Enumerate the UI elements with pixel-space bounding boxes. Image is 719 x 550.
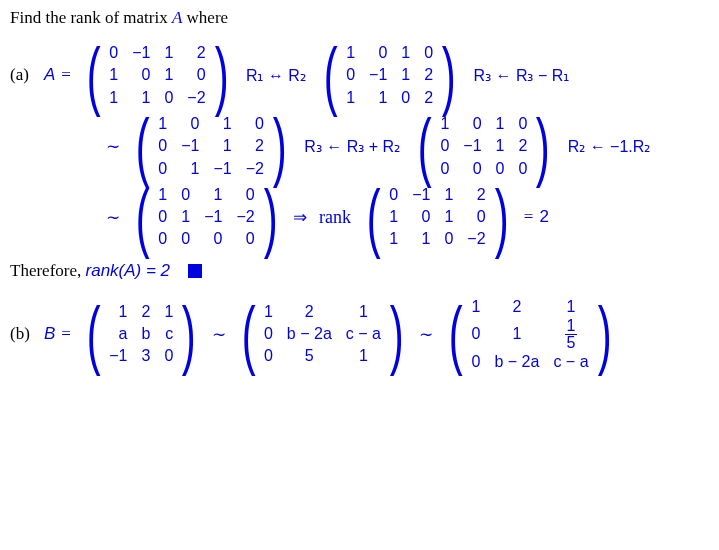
implies: ⇒	[293, 207, 307, 228]
matrix-a3: ( 1010 0−112 01−1−2 )	[130, 113, 292, 180]
matrix-a4: ( 1010 0−112 0000 )	[412, 113, 556, 180]
rank-result: 2	[539, 207, 548, 227]
matrix-a5: ( 1010 01−1−2 0000 )	[130, 184, 283, 251]
var-A: A	[172, 8, 182, 27]
matrix-a2: ( 1010 0−112 1102 )	[318, 42, 462, 109]
qed-icon	[188, 264, 202, 278]
rank-word: rank	[319, 207, 351, 228]
sim-b1: ∼	[212, 324, 226, 345]
label-a: (a)	[10, 65, 44, 85]
lhs-A: A	[44, 65, 55, 85]
therefore: Therefore,	[10, 261, 86, 280]
rowop-4: R₂ ← −1.R₂	[568, 137, 651, 156]
label-b: (b)	[10, 324, 44, 344]
rowop-1: R₁ ↔ R₂	[246, 66, 306, 85]
lhs-B: B	[44, 324, 55, 344]
line-a-1: (a) A = ( 0−112 1010 110−2 ) R₁ ↔ R₂ ( 1…	[10, 42, 709, 109]
matrix-b3: ( 121 01 1 5 0b − 2ac − a )	[443, 297, 617, 372]
line-a-3: ∼ ( 1010 01−1−2 0000 ) ⇒ rank ( 0−112 10…	[10, 184, 709, 251]
intro-suffix: where	[182, 8, 228, 27]
intro-text: Find the rank of matrix	[10, 8, 172, 27]
matrix-a-orig: ( 0−112 1010 110−2 )	[361, 184, 514, 251]
matrix-b2: ( 121 0b − 2ac − a 051 )	[236, 301, 410, 368]
sim2: ∼	[106, 207, 120, 228]
matrix-b1: ( 121 abc −130 )	[81, 301, 202, 368]
rowop-3: R₃ ← R₃ + R₂	[304, 137, 400, 156]
conclusion-line: Therefore, rank(A) = 2	[10, 261, 709, 281]
sim-b2: ∼	[419, 324, 433, 345]
sim1: ∼	[106, 136, 120, 157]
fraction-1-5: 1 5	[565, 318, 578, 351]
eq1: =	[61, 65, 71, 85]
matrix-a1: ( 0−112 1010 110−2 )	[81, 42, 234, 109]
rank-expr: rank(A) = 2	[86, 261, 171, 280]
eq-b: =	[61, 324, 71, 344]
line-b-1: (b) B = ( 121 abc −130 ) ∼ ( 121 0b − 2a…	[10, 297, 709, 372]
rowop-2: R₃ ← R₃ − R₁	[473, 66, 569, 85]
line-a-2: ∼ ( 1010 0−112 01−1−2 ) R₃ ← R₃ + R₂ ( 1…	[10, 113, 709, 180]
eq2: =	[524, 207, 534, 227]
problem-intro: Find the rank of matrix A where	[10, 8, 709, 28]
